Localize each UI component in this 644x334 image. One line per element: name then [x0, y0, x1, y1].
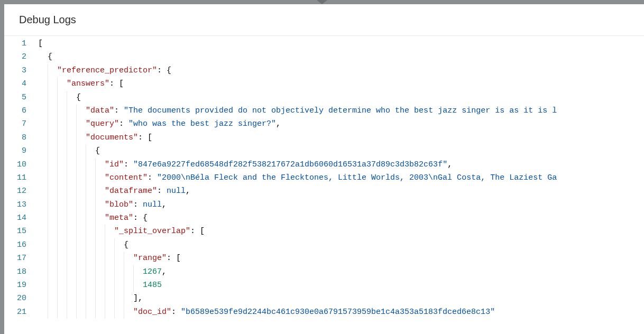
code-line[interactable]: "reference_predictor": { [38, 64, 644, 77]
token: [ [38, 39, 43, 48]
token: "answers" [67, 79, 109, 88]
code-line[interactable]: { [38, 91, 644, 104]
line-number: 8 [4, 131, 38, 144]
line-number: 3 [4, 64, 38, 77]
token: : [ [190, 227, 205, 236]
code-line[interactable]: "content": "2000\nBéla Fleck and the Fle… [38, 171, 644, 184]
token: : [ [109, 79, 124, 88]
token: "847e6a9227fed68548df282f538217672a1db60… [133, 160, 447, 169]
line-number: 17 [4, 252, 38, 265]
code-line[interactable]: "doc_id": "b6589e539fe9d2244bc461c930e0a… [38, 305, 644, 319]
drag-handle-icon[interactable] [317, 0, 327, 4]
panel-title: Debug Logs [4, 4, 644, 36]
token: { [124, 240, 128, 249]
token: "id" [105, 160, 124, 169]
token: { [48, 52, 52, 61]
token: "doc_id" [133, 308, 171, 317]
code-line[interactable]: "_split_overlap": [ [38, 225, 644, 238]
line-number: 12 [4, 184, 38, 198]
token: null [143, 200, 162, 209]
token: : [157, 187, 167, 196]
code-line[interactable]: { [38, 238, 644, 252]
token: null [167, 187, 186, 196]
token: , [162, 200, 167, 209]
token: : [124, 160, 133, 169]
code-line[interactable]: "range": [ [38, 252, 644, 265]
token: ], [133, 294, 143, 303]
token: : { [133, 214, 148, 222]
token: "who was the best jazz singer?" [128, 119, 276, 128]
token: , [186, 187, 190, 196]
line-number: 15 [4, 225, 38, 238]
line-number: 19 [4, 279, 38, 292]
line-number: 20 [4, 292, 38, 305]
token: { [76, 93, 81, 102]
token: "meta" [105, 214, 133, 222]
token: "blob" [105, 200, 133, 209]
code-content[interactable]: [{"reference_predictor": {"answers": [{"… [38, 36, 644, 334]
line-number: 13 [4, 198, 38, 211]
code-line[interactable]: { [38, 144, 644, 157]
line-number: 10 [4, 158, 38, 171]
token: "documents" [86, 133, 138, 142]
line-number: 11 [4, 171, 38, 184]
code-line[interactable]: "blob": null, [38, 198, 644, 211]
token: : [148, 173, 157, 182]
token: : [114, 106, 124, 115]
token: , [162, 267, 167, 276]
line-number: 2 [4, 50, 38, 63]
code-line[interactable]: "dataframe": null, [38, 184, 644, 198]
code-line[interactable]: "meta": { [38, 211, 644, 225]
token: "The documents provided do not objective… [124, 106, 557, 115]
token: "query" [86, 119, 119, 128]
token: , [447, 160, 452, 169]
line-number: 1 [4, 37, 38, 50]
code-line[interactable]: "documents": [ [38, 131, 644, 144]
token: "_split_overlap" [114, 227, 190, 236]
line-number: 16 [4, 238, 38, 252]
code-line[interactable]: { [38, 50, 644, 63]
token: : [119, 119, 128, 128]
code-line[interactable]: [ [38, 37, 644, 50]
line-number: 9 [4, 144, 38, 157]
token: : [171, 308, 181, 317]
token: { [95, 146, 100, 155]
token: : { [157, 66, 171, 75]
code-line[interactable]: "answers": [ [38, 77, 644, 90]
line-number: 4 [4, 77, 38, 90]
json-editor[interactable]: 123456789101112131415161718192021 [{"ref… [4, 36, 644, 334]
token: "dataframe" [105, 187, 157, 196]
line-number: 6 [4, 104, 38, 117]
token: : [ [138, 133, 152, 142]
debug-logs-panel: Debug Logs 12345678910111213141516171819… [4, 4, 644, 334]
line-number: 7 [4, 117, 38, 131]
token: "content" [105, 173, 148, 182]
token: : [ [167, 254, 181, 263]
token: : [133, 200, 143, 209]
code-line[interactable]: "data": "The documents provided do not o… [38, 104, 644, 117]
line-number: 5 [4, 91, 38, 104]
code-line[interactable]: "id": "847e6a9227fed68548df282f538217672… [38, 158, 644, 171]
token: "reference_predictor" [57, 66, 157, 75]
code-line[interactable]: 1267, [38, 265, 644, 279]
line-number: 14 [4, 211, 38, 225]
token: "data" [86, 106, 114, 115]
token: , [276, 119, 281, 128]
token: 1485 [143, 281, 162, 290]
code-line[interactable]: 1485 [38, 279, 644, 292]
code-line[interactable]: ], [38, 292, 644, 305]
token: 1267 [143, 267, 162, 276]
token: "b6589e539fe9d2244bc461c930e0a6791573959… [181, 308, 495, 317]
token: "range" [133, 254, 167, 263]
code-line[interactable]: "query": "who was the best jazz singer?"… [38, 117, 644, 131]
line-number-gutter: 123456789101112131415161718192021 [4, 36, 38, 334]
token: "2000\nBéla Fleck and the Flecktones, Li… [157, 173, 557, 182]
line-number: 18 [4, 265, 38, 279]
line-number: 21 [4, 305, 38, 319]
